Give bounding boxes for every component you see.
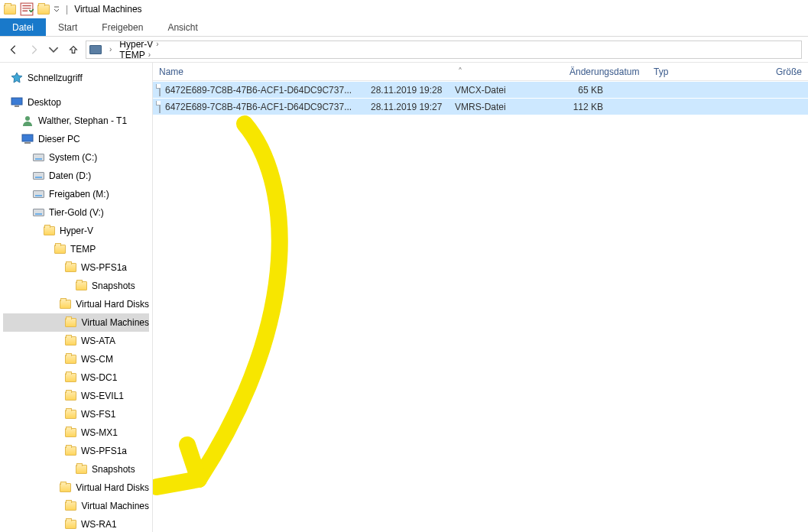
svg-point-3 bbox=[25, 116, 30, 121]
tree-item[interactable]: WS-ATA bbox=[3, 332, 149, 350]
tree-item-label: Snapshots bbox=[92, 464, 135, 475]
user-icon bbox=[21, 115, 34, 127]
address-bar[interactable]: › Dieser PC›Tier-Gold (V:)›Hyper-V›TEMP›… bbox=[86, 41, 802, 59]
tree-item-label: WS-DC1 bbox=[81, 372, 117, 383]
qat-customize-icon[interactable] bbox=[54, 6, 60, 12]
up-icon[interactable] bbox=[66, 42, 81, 57]
drive-icon bbox=[32, 206, 44, 219]
folder-icon bbox=[64, 390, 76, 402]
back-icon[interactable] bbox=[6, 42, 21, 57]
column-date[interactable]: Änderungsdatum bbox=[563, 66, 647, 77]
svg-rect-0 bbox=[21, 3, 33, 15]
tree-item-label: WS-MX1 bbox=[81, 427, 118, 438]
tree-item[interactable]: Hyper-V bbox=[3, 222, 149, 240]
navigation-bar: › Dieser PC›Tier-Gold (V:)›Hyper-V›TEMP›… bbox=[0, 37, 808, 63]
tree-item-label: Tier-Gold (V:) bbox=[49, 207, 104, 218]
tree-item[interactable]: WS-RA1 bbox=[3, 515, 149, 532]
folder-icon bbox=[64, 261, 76, 274]
tree-item-label: Virtual Hard Disks bbox=[76, 299, 149, 310]
folder-icon bbox=[64, 371, 76, 384]
ribbon-tab-share[interactable]: Freigeben bbox=[89, 18, 155, 36]
recent-locations-icon[interactable] bbox=[46, 42, 61, 57]
tree-item[interactable]: System (C:) bbox=[3, 148, 149, 167]
tree-item[interactable]: Tier-Gold (V:) bbox=[3, 203, 149, 222]
folder-icon bbox=[64, 408, 76, 420]
tree-item[interactable]: Virtual Hard Disks bbox=[3, 478, 149, 497]
forward-icon[interactable] bbox=[26, 42, 41, 57]
tree-item[interactable]: Freigaben (M:) bbox=[3, 185, 149, 203]
file-size: 112 KB bbox=[540, 102, 609, 112]
column-type[interactable]: Typ bbox=[647, 66, 739, 77]
qat-properties-icon[interactable] bbox=[20, 2, 34, 16]
folder-icon bbox=[64, 335, 76, 347]
file-list-header[interactable]: Name ˄ Änderungsdatum Typ Größe bbox=[153, 63, 808, 81]
tree-item[interactable]: Snapshots bbox=[3, 460, 149, 478]
ribbon-tab-view[interactable]: Ansicht bbox=[155, 18, 209, 36]
ribbon-tab-start[interactable]: Start bbox=[46, 18, 89, 36]
folder-icon bbox=[54, 243, 66, 255]
folder-icon bbox=[43, 225, 55, 237]
column-name[interactable]: Name bbox=[153, 66, 357, 77]
title-separator: | bbox=[66, 4, 68, 15]
tree-item[interactable]: WS-PFS1a bbox=[3, 442, 149, 460]
drive-icon bbox=[32, 188, 44, 200]
tree-item-label: WS-EVIL1 bbox=[81, 391, 124, 401]
folder-icon bbox=[3, 2, 17, 16]
tree-item[interactable]: Daten (D:) bbox=[3, 167, 149, 185]
tree-item-label: Desktop bbox=[28, 97, 61, 108]
tree-item-label: WS-PFS1a bbox=[81, 262, 127, 273]
folder-icon bbox=[59, 482, 71, 494]
tree-item[interactable]: WS-FS1 bbox=[3, 405, 149, 423]
ribbon-tab-file[interactable]: Datei bbox=[0, 18, 46, 36]
tree-item-label: Schnellzugriff bbox=[28, 73, 83, 83]
file-name: 6472E689-7C8B-47B6-ACF1-D64DC9C737... bbox=[165, 102, 352, 112]
tree-item[interactable]: WS-EVIL1 bbox=[3, 387, 149, 405]
tree-item[interactable]: WS-DC1 bbox=[3, 368, 149, 387]
breadcrumb-item[interactable]: TEMP› bbox=[116, 50, 196, 59]
crumb-root-chev[interactable]: › bbox=[103, 45, 115, 54]
tree-item[interactable]: Walther, Stephan - T1 bbox=[3, 112, 149, 130]
pc-icon bbox=[21, 133, 34, 145]
column-size[interactable]: Größe bbox=[739, 66, 808, 77]
tree-item-label: Freigaben (M:) bbox=[49, 189, 109, 200]
file-type: VMRS-Datei bbox=[449, 102, 540, 112]
tree-item-label: Virtual Hard Disks bbox=[76, 482, 149, 493]
tree-item[interactable]: Dieser PC bbox=[3, 130, 149, 148]
folder-icon bbox=[64, 353, 76, 365]
qat-newfolder-icon[interactable] bbox=[37, 2, 50, 16]
tree-item-label: Walther, Stephan - T1 bbox=[38, 115, 127, 126]
svg-rect-4 bbox=[22, 135, 33, 141]
tree-item-label: Snapshots bbox=[92, 281, 135, 291]
file-icon bbox=[159, 84, 161, 96]
navigation-tree[interactable]: SchnellzugriffDesktopWalther, Stephan - … bbox=[0, 63, 153, 532]
tree-item-label: Daten (D:) bbox=[49, 170, 91, 181]
tree-item-label: Dieser PC bbox=[38, 134, 80, 144]
tree-item[interactable]: Snapshots bbox=[3, 277, 149, 295]
tree-item[interactable]: Virtual Machines bbox=[3, 313, 149, 332]
tree-item-label: WS-CM bbox=[81, 354, 113, 365]
file-list-body[interactable]: 6472E689-7C8B-47B6-ACF1-D64DC9C737...28.… bbox=[153, 81, 808, 532]
tree-item[interactable]: WS-CM bbox=[3, 350, 149, 368]
breadcrumb-item[interactable]: Hyper-V› bbox=[116, 41, 196, 50]
svg-rect-5 bbox=[24, 142, 31, 144]
tree-item[interactable]: WS-PFS1a bbox=[3, 258, 149, 277]
tree-item-label: WS-RA1 bbox=[81, 519, 117, 530]
file-name: 6472E689-7C8B-47B6-ACF1-D64DC9C737... bbox=[165, 85, 352, 96]
tree-item[interactable]: Virtual Hard Disks bbox=[3, 295, 149, 313]
pc-icon bbox=[89, 45, 102, 54]
tree-item[interactable]: Virtual Machines bbox=[3, 497, 149, 515]
folder-icon bbox=[65, 316, 77, 329]
tree-item[interactable]: Schnellzugriff bbox=[3, 69, 149, 87]
file-icon bbox=[159, 101, 161, 113]
file-row[interactable]: 6472E689-7C8B-47B6-ACF1-D64DC9C737...28.… bbox=[153, 98, 808, 115]
tree-item[interactable]: TEMP bbox=[3, 240, 149, 258]
tree-item[interactable]: WS-MX1 bbox=[3, 423, 149, 442]
star-icon bbox=[11, 72, 23, 84]
file-row[interactable]: 6472E689-7C8B-47B6-ACF1-D64DC9C737...28.… bbox=[153, 81, 808, 98]
drive-icon bbox=[32, 151, 44, 164]
desktop-icon bbox=[11, 96, 23, 109]
svg-rect-1 bbox=[11, 98, 22, 105]
tree-item[interactable]: Desktop bbox=[3, 93, 149, 112]
main-area: SchnellzugriffDesktopWalther, Stephan - … bbox=[0, 63, 808, 532]
drive-icon bbox=[32, 170, 44, 182]
